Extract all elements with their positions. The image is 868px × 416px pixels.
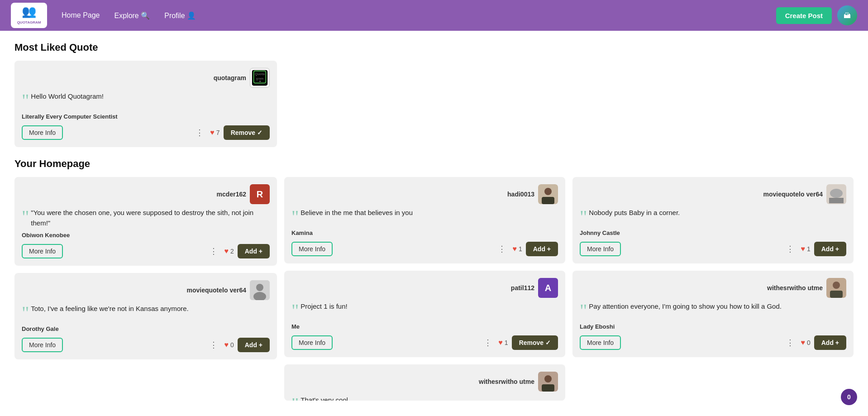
mid-card-2-header: patil112 A <box>291 278 558 298</box>
most-liked-more-info-button[interactable]: More Info <box>22 125 63 140</box>
mid-card-1-add-button[interactable]: Add + <box>526 242 558 256</box>
svg-point-18 <box>544 375 552 383</box>
mid-card-2-remove-button[interactable]: Remove ✓ <box>512 335 558 350</box>
more-options-icon[interactable]: ⋮ <box>210 340 219 350</box>
quote-mark-icon: " <box>22 304 29 322</box>
most-liked-quote-text: Hello World Quotagram! <box>31 91 104 102</box>
card-2-more-info-button[interactable]: More Info <box>22 338 63 352</box>
mid-card-2-author: Me <box>291 323 558 330</box>
mid-column: hadi0013 " Believe in the me that believ… <box>284 177 565 401</box>
user-avatar[interactable]: 🏔 <box>837 5 857 25</box>
right-card-1-add-button[interactable]: Add + <box>814 242 846 256</box>
svg-point-15 <box>544 188 552 195</box>
most-liked-footer: More Info ⋮ ♥ 7 Remove ✓ <box>22 125 270 140</box>
svg-point-12 <box>256 284 263 291</box>
right-column: moviequotelo ver64 " Nobody puts Baby in… <box>572 177 854 401</box>
mid-card-1-author: Kamina <box>291 230 558 236</box>
card-1-more-info-button[interactable]: More Info <box>22 244 63 258</box>
card-1-user: mcder162 R <box>217 184 270 204</box>
notification-count: 0 <box>847 393 851 401</box>
quote-mark-icon: " <box>580 301 587 320</box>
card-1-author: Obiwon Kenobee <box>22 232 270 239</box>
card-2-add-button[interactable]: Add + <box>238 338 270 352</box>
quote-mark-icon: " <box>291 208 299 226</box>
heart-icon: ♥ <box>498 339 503 347</box>
right-card-2-username: withesrwitho utme <box>767 284 823 292</box>
mid-card-3-quote-text: That's very cool... <box>300 395 353 401</box>
card-2-avatar <box>250 280 270 300</box>
logo-icon: 👥 QUOTAGRAM <box>12 4 46 27</box>
svg-text:✦: ✦ <box>259 80 261 83</box>
homepage-title: Your Homepage <box>14 158 854 170</box>
right-card-1-more-info-button[interactable]: More Info <box>580 242 621 256</box>
svg-text:QUOTAGRAM: QUOTAGRAM <box>17 20 41 24</box>
more-options-icon[interactable]: ⋮ <box>484 338 493 348</box>
card-1-avatar: R <box>250 184 270 204</box>
mid-card-2-username: patil112 <box>511 284 534 292</box>
right-card-2-more-info-button[interactable]: More Info <box>580 335 621 350</box>
most-liked-username: quotagram <box>214 74 246 81</box>
left-column: mcder162 R " "You were the chosen one, y… <box>14 177 277 401</box>
right-card-1-header: moviequotelo ver64 <box>580 184 846 204</box>
mid-card-1-likes: ♥ 1 <box>512 245 522 253</box>
mid-card-1-like-count: 1 <box>519 245 522 253</box>
heart-icon: ♥ <box>224 341 229 349</box>
quote-mark-icon: " <box>291 395 299 401</box>
card-1-username: mcder162 <box>217 191 246 198</box>
card-2-footer: More Info ⋮ ♥ 0 Add + <box>22 338 270 352</box>
card-2-author: Dorothy Gale <box>22 325 270 332</box>
create-post-button[interactable]: Create Post <box>776 7 832 24</box>
right-card-1-likes: ♥ 1 <box>801 245 810 253</box>
card-1-likes: ♥ 2 <box>224 247 234 255</box>
heart-icon: ♥ <box>801 339 805 347</box>
notification-dot[interactable]: 0 <box>841 389 857 405</box>
svg-text:👥: 👥 <box>22 4 37 19</box>
most-liked-avatar: Quota gram ✦ <box>250 68 270 88</box>
right-card-2-avatar <box>826 278 846 298</box>
mid-card-1-more-info-button[interactable]: More Info <box>291 242 333 256</box>
explore-label: Explore 🔍 <box>114 11 150 20</box>
right-card-1: moviequotelo ver64 " Nobody puts Baby in… <box>572 177 854 263</box>
more-options-icon[interactable]: ⋮ <box>210 246 219 256</box>
right-card-2-author: Lady Eboshi <box>580 323 846 330</box>
right-card-2-quote-text: Pay attention everyone, I'm going to sho… <box>589 301 782 312</box>
more-options-icon[interactable]: ⋮ <box>196 128 205 138</box>
explore-link[interactable]: Explore 🔍 <box>114 11 150 20</box>
most-liked-card: quotagram Quota gram ✦ " Hello World Quo… <box>14 61 277 147</box>
most-liked-count: 7 <box>216 129 220 136</box>
nav-right: Create Post 🏔 <box>776 5 857 25</box>
mid-card-2-user: patil112 A <box>511 278 558 298</box>
logo[interactable]: 👥 QUOTAGRAM <box>11 3 47 28</box>
mid-card-2-like-count: 1 <box>505 339 508 346</box>
more-options-icon[interactable]: ⋮ <box>498 244 507 254</box>
mid-card-2-quote-text: Project 1 is fun! <box>300 301 347 312</box>
right-card-2-like-count: 0 <box>807 339 811 346</box>
svg-text:Quota: Quota <box>255 72 265 76</box>
right-card-2-add-button[interactable]: Add + <box>814 335 846 350</box>
svg-rect-19 <box>542 384 554 392</box>
more-options-icon[interactable]: ⋮ <box>786 338 795 348</box>
quote-mark-icon: " <box>580 208 587 226</box>
card-1-footer: More Info ⋮ ♥ 2 Add + <box>22 244 270 258</box>
more-options-icon[interactable]: ⋮ <box>786 244 795 254</box>
homepage-card-2: moviequotelo ver64 " Toto, I've a feelin… <box>14 273 277 359</box>
card-1-add-button[interactable]: Add + <box>238 244 270 258</box>
mid-card-3-avatar <box>538 372 558 392</box>
mid-card-3-username: withesrwitho utme <box>479 378 534 385</box>
mid-card-3: withesrwitho utme " That's very cool... <box>284 364 565 401</box>
home-page-link[interactable]: Home Page <box>62 11 100 20</box>
mid-card-2-more-info-button[interactable]: More Info <box>291 335 333 350</box>
most-liked-user: quotagram Quota gram ✦ <box>214 68 270 88</box>
mid-card-2-likes: ♥ 1 <box>498 339 508 347</box>
most-liked-remove-button[interactable]: Remove ✓ <box>224 125 270 140</box>
right-card-1-like-count: 1 <box>807 245 811 253</box>
mid-card-2: patil112 A " Project 1 is fun! Me More I… <box>284 271 565 357</box>
card-2-quote-body: " Toto, I've a feeling like we're not in… <box>22 304 270 322</box>
profile-link[interactable]: Profile 👤 <box>164 11 196 20</box>
mid-card-1-quote-text: Believe in the me that believes in you <box>300 208 413 218</box>
heart-icon: ♥ <box>512 245 517 253</box>
mid-card-1-avatar <box>538 184 558 204</box>
homepage-card-1: mcder162 R " "You were the chosen one, y… <box>14 177 277 266</box>
main-content: Most Liked Quote quotagram Quota gram ✦ <box>0 31 868 411</box>
right-card-2-footer: More Info ⋮ ♥ 0 Add + <box>580 335 846 350</box>
